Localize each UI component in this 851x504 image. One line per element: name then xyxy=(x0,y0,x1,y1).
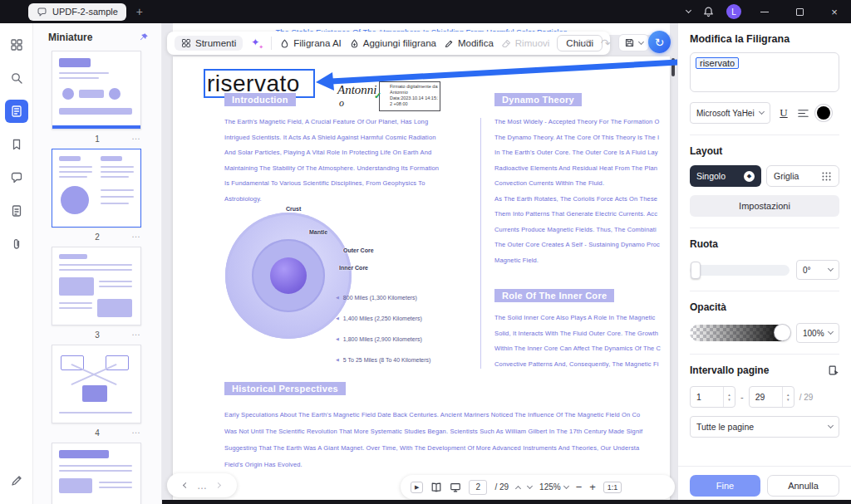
sparkle-small-icon: ✦ xyxy=(258,44,263,51)
opacity-dropdown[interactable]: 100% xyxy=(796,323,839,343)
actual-size-button[interactable]: 1:1 xyxy=(603,482,622,493)
scroll-up-icon[interactable] xyxy=(515,485,521,491)
annulla-button[interactable]: Annulla xyxy=(767,475,839,497)
redo-icon[interactable]: ↷ xyxy=(601,35,611,51)
book-view-icon[interactable] xyxy=(430,482,442,493)
sidebar-item-search[interactable] xyxy=(5,66,28,90)
font-family-dropdown[interactable]: Microsoft YaHei xyxy=(690,102,770,124)
scroll-down-icon[interactable] xyxy=(527,482,533,488)
thumbnail-more-button[interactable]: … xyxy=(131,131,141,141)
zoom-dropdown[interactable]: 125% xyxy=(539,482,568,492)
minimize-button[interactable] xyxy=(753,0,776,23)
text-line: Currents Produce Magnetic Fields. Thus, … xyxy=(494,223,671,238)
text-align-icon[interactable] xyxy=(797,107,809,120)
impostazioni-button[interactable]: Impostazioni xyxy=(690,195,839,217)
section-heading-inner-core: Role Of The Inner Core xyxy=(494,289,614,302)
sidebar-item-thumbnails[interactable] xyxy=(5,100,28,123)
current-page-input[interactable]: 2 xyxy=(469,480,487,495)
sidebar-item-bookmarks[interactable] xyxy=(5,133,28,156)
maximize-button[interactable] xyxy=(788,0,811,23)
presentation-mode-button[interactable]: ▶ xyxy=(411,482,423,493)
page-range-icon[interactable] xyxy=(828,365,839,376)
user-avatar[interactable]: L xyxy=(726,4,741,19)
text-line: Magnetic Field. xyxy=(494,253,671,269)
rotation-slider[interactable] xyxy=(690,265,790,276)
panel-divider xyxy=(690,291,839,291)
pdf-page[interactable]: riservato Antonni o ✓ Firmato digitalmen… xyxy=(173,56,670,504)
strumenti-button[interactable]: Strumenti xyxy=(175,36,243,51)
fine-button[interactable]: Fine xyxy=(690,475,760,497)
zoom-out-button[interactable]: − xyxy=(576,481,583,493)
layout-singolo-button[interactable]: Singolo ◆ xyxy=(690,165,761,187)
page-thumbnail[interactable]: 3 … xyxy=(52,247,143,345)
stepper-icons[interactable]: ▴▾ xyxy=(782,387,794,407)
window-menu-icon[interactable] xyxy=(686,7,691,13)
more-pages-button[interactable]: … xyxy=(197,482,207,490)
previous-page-icon[interactable] xyxy=(183,482,189,488)
ai-sparkle-button[interactable]: ✦ ✦ xyxy=(250,37,263,50)
stepper-icons[interactable]: ▴▾ xyxy=(723,387,735,407)
page-thumbnail[interactable]: 5 … xyxy=(52,443,143,504)
thumbnail-more-button[interactable]: … xyxy=(131,327,141,337)
save-button[interactable] xyxy=(618,34,649,51)
underline-icon[interactable]: U xyxy=(775,106,792,120)
diagram-label-crust: Crust xyxy=(286,206,301,212)
sidebar-item-comments[interactable] xyxy=(5,166,28,189)
modifica-button[interactable]: Modifica xyxy=(444,38,494,49)
page-scope-dropdown[interactable]: Tutte le pagine xyxy=(690,416,839,438)
text-line: In The Earth's Outer Core. The Outer Cor… xyxy=(494,145,671,161)
eraser-icon xyxy=(501,38,512,49)
page-number: 1 xyxy=(95,135,100,144)
section-heading-introduction: Introduction xyxy=(224,93,296,106)
page-to-input[interactable]: 29 ▴▾ xyxy=(749,386,794,408)
column-divider xyxy=(480,118,481,369)
page-thumbnail[interactable]: 1 … xyxy=(52,51,143,149)
grid-dots-icon xyxy=(821,171,832,182)
text-line: Solid, It Interacts With The Fluid Outer… xyxy=(494,326,671,342)
page-from-input[interactable]: 1 ▴▾ xyxy=(690,386,735,408)
singolo-label: Singolo xyxy=(696,171,726,181)
page-thumbnail[interactable]: 2 … xyxy=(52,149,143,247)
sync-assistant-button[interactable]: ↻ xyxy=(648,31,671,53)
text-line: Firmato digitalmente da: xyxy=(390,84,438,90)
font-chevron-icon xyxy=(759,109,765,115)
document-tab[interactable]: UPDF-2-sample xyxy=(28,3,126,21)
page-thumbnail[interactable]: 4 … xyxy=(52,345,143,443)
watermark-text-value[interactable]: riservato xyxy=(696,57,739,69)
font-color-swatch[interactable] xyxy=(817,106,830,120)
text-line: Maintaining The Stability Of The Atmosph… xyxy=(224,161,474,177)
undo-icon[interactable]: ↶ xyxy=(583,35,593,51)
rimuovi-label: Rimuovi xyxy=(515,38,550,48)
watermark-text-area[interactable]: riservato xyxy=(690,52,839,92)
thumbnail-more-button[interactable]: … xyxy=(131,425,141,435)
rotation-dropdown[interactable]: 0° xyxy=(796,260,839,280)
reading-mode-icon[interactable] xyxy=(450,482,461,493)
layout-griglia-button[interactable]: Griglia xyxy=(766,165,839,187)
filigrana-ai-button[interactable]: Filigrana AI xyxy=(279,38,342,49)
sidebar-item-signature[interactable] xyxy=(5,469,28,492)
rimuovi-button[interactable]: Rimuovi xyxy=(501,38,550,49)
text-line: Data:2023.10.14 14:15:2 xyxy=(390,95,438,101)
rotation-slider-handle[interactable] xyxy=(691,262,701,279)
sidebar-item-attachments[interactable] xyxy=(5,232,28,256)
close-button[interactable]: × xyxy=(823,0,846,23)
view-controls-pill: ▶ 2 / 29 125% − + 1:1 xyxy=(401,475,675,499)
opacity-slider[interactable] xyxy=(690,325,790,341)
vertical-scrollbar[interactable] xyxy=(671,58,675,76)
earth-inner-core-sphere xyxy=(270,257,307,294)
notifications-bell-icon[interactable] xyxy=(702,6,715,18)
pin-icon[interactable] xyxy=(138,32,150,43)
sidebar-item-notes[interactable] xyxy=(5,199,28,223)
panel-divider xyxy=(690,135,839,135)
new-tab-button[interactable]: + xyxy=(136,5,143,18)
opacity-slider-handle[interactable] xyxy=(775,325,790,340)
add-watermark-icon xyxy=(349,38,360,49)
aggiungi-filigrana-button[interactable]: Aggiungi filigrana xyxy=(349,38,436,49)
signature-details: Firmato digitalmente da:AntonnioData:202… xyxy=(379,81,440,111)
zoom-in-button[interactable]: + xyxy=(589,481,596,493)
sidebar-item-home[interactable] xyxy=(5,33,28,56)
next-page-icon[interactable] xyxy=(215,482,221,488)
thumbnail-more-button[interactable]: … xyxy=(131,229,141,239)
font-family-value: Microsoft YaHei xyxy=(696,109,755,118)
diagram-label-inner-core: Inner Core xyxy=(339,265,368,271)
